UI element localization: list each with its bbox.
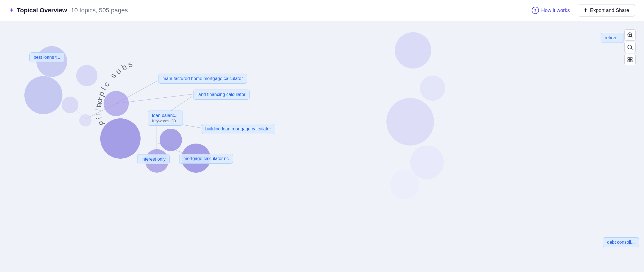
svg-text:topic subs: topic subs bbox=[94, 59, 136, 108]
label-interest-only-text: interest only bbox=[141, 157, 165, 161]
label-building-loan-text: building loan mortgage calculator bbox=[205, 126, 271, 131]
svg-text:pillar: pillar bbox=[94, 94, 105, 127]
svg-line-8 bbox=[70, 104, 85, 119]
label-interest-only[interactable]: interest only bbox=[137, 154, 170, 164]
zoom-controls bbox=[624, 29, 636, 65]
how-it-works-button[interactable]: ? How it works bbox=[528, 4, 573, 16]
label-land-financing[interactable]: land financing calculator bbox=[193, 90, 250, 100]
label-mortgage-nc[interactable]: mortgage calculator nc bbox=[179, 154, 233, 164]
svg-point-17 bbox=[160, 129, 182, 151]
zoom-in-button[interactable] bbox=[624, 29, 636, 41]
label-debt-consoli-text: debt consoli... bbox=[607, 240, 635, 245]
svg-point-24 bbox=[390, 170, 419, 199]
svg-rect-39 bbox=[631, 60, 632, 62]
svg-point-14 bbox=[104, 91, 129, 116]
canvas-svg: topic subs pillar bbox=[0, 21, 644, 272]
svg-line-1 bbox=[116, 94, 196, 104]
svg-point-22 bbox=[386, 98, 434, 146]
label-manufactured-text: manufactured home mortgage calculator bbox=[162, 76, 243, 81]
label-best-loans[interactable]: best loans t... bbox=[29, 52, 64, 62]
how-it-works-label: How it works bbox=[541, 8, 570, 13]
label-debt-consoli[interactable]: debt consoli... bbox=[603, 237, 639, 247]
svg-line-30 bbox=[631, 36, 632, 37]
svg-rect-36 bbox=[628, 57, 629, 59]
header: ✦ Topical Overview 10 topics, 505 pages … bbox=[0, 0, 644, 21]
page-subtitle: 10 topics, 505 pages bbox=[71, 7, 128, 14]
sparkle-icon: ✦ bbox=[9, 7, 14, 14]
svg-point-23 bbox=[410, 146, 444, 179]
svg-line-7 bbox=[85, 104, 116, 119]
svg-point-10 bbox=[76, 65, 97, 86]
label-mortgage-nc-text: mortgage calculator nc bbox=[183, 156, 229, 161]
label-loan-balance-kw: Keywords: 30 bbox=[152, 119, 179, 123]
label-best-loans-text: best loans t... bbox=[34, 55, 60, 60]
svg-rect-37 bbox=[631, 57, 632, 59]
svg-point-13 bbox=[79, 114, 92, 126]
label-land-financing-text: land financing calculator bbox=[197, 92, 246, 97]
svg-line-33 bbox=[631, 48, 632, 50]
svg-point-21 bbox=[420, 76, 445, 101]
header-left: ✦ Topical Overview 10 topics, 505 pages bbox=[9, 7, 128, 14]
question-icon: ? bbox=[532, 7, 539, 14]
label-refina-text: refina... bbox=[605, 35, 620, 40]
label-loan-balance-text: loan balanc... bbox=[152, 113, 179, 118]
export-label: Export and Share bbox=[590, 8, 629, 13]
label-manufactured[interactable]: manufactured home mortgage calculator bbox=[158, 74, 247, 84]
zoom-out-button[interactable] bbox=[624, 42, 636, 53]
svg-rect-38 bbox=[628, 60, 629, 62]
page-title: Topical Overview bbox=[17, 7, 67, 14]
svg-line-0 bbox=[116, 81, 157, 104]
svg-point-11 bbox=[24, 76, 62, 114]
svg-point-15 bbox=[100, 118, 141, 159]
export-share-button[interactable]: ⬆ Export and Share bbox=[578, 4, 635, 17]
canvas: topic subs pillar best loans t... manufa… bbox=[0, 21, 644, 272]
label-refina[interactable]: refina... bbox=[601, 33, 624, 43]
header-right: ? How it works ⬆ Export and Share bbox=[528, 4, 635, 17]
fit-view-button[interactable] bbox=[624, 54, 636, 65]
svg-point-12 bbox=[62, 97, 78, 113]
app-container: ✦ Topical Overview 10 topics, 505 pages … bbox=[0, 0, 644, 272]
label-loan-balance[interactable]: loan balanc... Keywords: 30 bbox=[148, 111, 183, 126]
svg-point-20 bbox=[395, 32, 431, 69]
upload-icon: ⬆ bbox=[584, 7, 588, 13]
label-building-loan[interactable]: building loan mortgage calculator bbox=[201, 124, 275, 134]
